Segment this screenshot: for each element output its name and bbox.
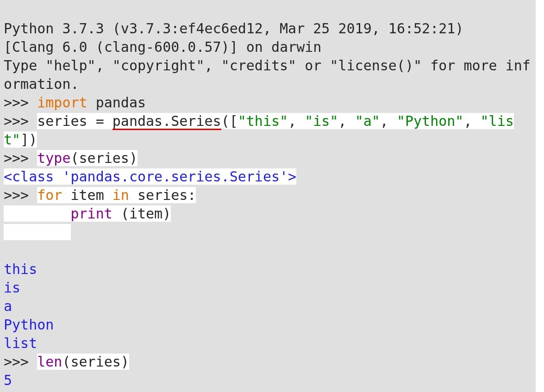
keyword-in: in (113, 187, 129, 203)
banner-line-2: [Clang 6.0 (clang-600.0.57)] on darwin (4, 39, 321, 55)
builtin-print: print (71, 205, 113, 222)
scrollbar-vertical[interactable] (536, 0, 544, 392)
keyword-import: import (37, 94, 87, 111)
line-import: >>> import pandas (4, 94, 146, 111)
string-literal: "this" (238, 113, 288, 129)
loop-output: this (4, 261, 37, 277)
output-len: 5 (4, 372, 12, 388)
loop-output: list (4, 335, 37, 351)
string-literal: "a" (355, 113, 380, 129)
line-print: print (item) (4, 205, 171, 222)
loop-output: Python (4, 317, 54, 333)
line-len-call: >>> len(series) (4, 354, 129, 370)
loop-output: a (4, 298, 12, 314)
banner-line-1: Python 3.7.3 (v3.7.3:ef4ec6ed12, Mar 25 … (4, 20, 472, 37)
blank-continuation (4, 224, 71, 240)
banner-line-3: Type "help", "copyright", "credits" or "… (4, 57, 531, 92)
string-literal: "Python" (397, 113, 464, 129)
keyword-for: for (37, 187, 62, 203)
line-for: >>> for item in series: (4, 187, 196, 203)
prompt: >>> (4, 150, 37, 166)
line-type-call: >>> type(series) (4, 150, 138, 166)
prompt: >>> (4, 113, 37, 129)
prompt: >>> (4, 94, 37, 111)
builtin-len: len (37, 354, 62, 370)
builtin-type: type (37, 150, 70, 166)
string-literal: "is" (305, 113, 338, 129)
underline-pandas-series: pandas.Series (113, 114, 221, 130)
prompt: >>> (4, 354, 37, 370)
loop-output: is (4, 280, 20, 296)
line-series-assign: >>> series = pandas.Series(["this", "is"… (4, 113, 514, 148)
python-shell[interactable]: Python 3.7.3 (v3.7.3:ef4ec6ed12, Mar 25 … (0, 0, 535, 391)
prompt: >>> (4, 187, 37, 203)
output-type: <class 'pandas.core.series.Series'> (4, 168, 296, 185)
